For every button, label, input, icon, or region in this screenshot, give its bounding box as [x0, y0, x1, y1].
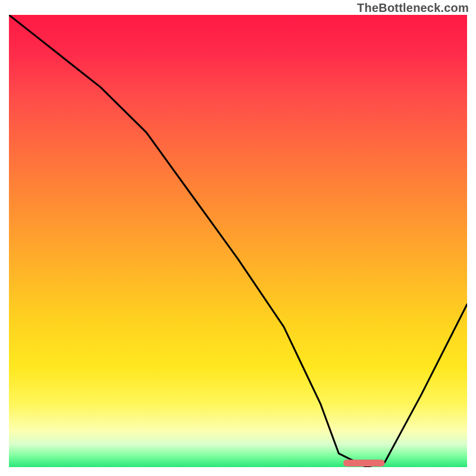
watermark-text: TheBottleneck.com	[357, 1, 469, 15]
plot-area	[9, 15, 467, 467]
heat-gradient-background	[9, 15, 467, 467]
bottleneck-chart: TheBottleneck.com	[0, 0, 476, 476]
